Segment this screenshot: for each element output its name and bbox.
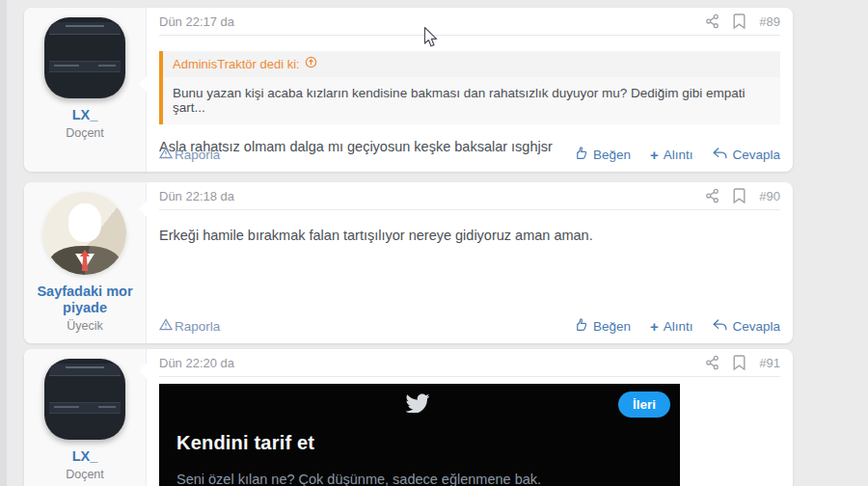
share-icon[interactable] (705, 14, 719, 29)
reply-label: Cevapla (732, 319, 780, 334)
avatar-image-detail (98, 406, 116, 408)
report-link[interactable]: Raporla (159, 147, 220, 162)
reply-button[interactable]: Cevapla (712, 147, 780, 163)
bookmark-icon[interactable] (733, 14, 746, 29)
post-content-cell: Dün 22:20 da #91 İleri Kendini tarif et (147, 349, 793, 486)
embed-heading: Kendini tarif et (176, 432, 314, 454)
user-cell: Sayfadaki mor piyade Üyecik (24, 182, 147, 343)
post-header-tools: #89 (705, 14, 780, 29)
avatar-image-detail (49, 22, 121, 35)
reply-label: Cevapla (732, 148, 780, 162)
post-number-link[interactable]: #89 (759, 14, 780, 29)
avatar-image-detail (68, 203, 101, 242)
embed-next-button[interactable]: İleri (618, 392, 670, 418)
warning-triangle-icon (159, 318, 173, 334)
avatar-image-detail (98, 65, 116, 67)
avatar-image-detail (49, 402, 121, 414)
plus-icon: + (650, 319, 659, 334)
post-content-cell: Dün 22:17 da #89 AdminisTraktör dedi ki: (147, 8, 793, 172)
quote-text: Bunu yazan kişi acaba kızların kendisine… (163, 77, 780, 124)
username-link[interactable]: LX_ (67, 107, 104, 123)
post-date[interactable]: Dün 22:17 da (159, 14, 234, 29)
avatar-image-detail (49, 61, 121, 72)
post-header-tools: #91 (705, 355, 780, 370)
quote-label: Alıntı (664, 319, 693, 334)
quote-button[interactable]: + Alıntı (650, 148, 693, 162)
post-card-89: LX_ Doçent Dün 22:17 da #89 Adm (24, 8, 793, 172)
post-number-link[interactable]: #91 (759, 356, 780, 370)
username-link[interactable]: LX_ (67, 448, 104, 465)
footer-actions: Beğen + Alıntı Cevapla (574, 146, 780, 163)
post-content-cell: Dün 22:18 da #90 Erkeği hamile bırakmak … (147, 182, 793, 343)
post-header: Dün 22:18 da #90 (159, 182, 780, 210)
quote-block[interactable]: AdminisTraktör dedi ki: Bunu yazan kişi … (159, 51, 780, 124)
post-header: Dün 22:17 da #89 (159, 8, 780, 36)
page-left-gutter (0, 0, 7, 486)
reply-arrow-icon (712, 318, 727, 335)
quote-attribution[interactable]: AdminisTraktör dedi ki: (163, 51, 780, 77)
report-label: Raporla (175, 148, 220, 162)
avatar-image-detail (54, 406, 79, 408)
bookmark-icon[interactable] (733, 355, 746, 370)
post-number-link[interactable]: #90 (759, 189, 780, 203)
twitter-embed-card[interactable]: İleri Kendini tarif et Seni özel kılan n… (159, 384, 680, 486)
post-card-91: LX_ Doçent Dün 22:20 da #91 (24, 349, 793, 486)
like-button[interactable]: Beğen (574, 317, 631, 335)
avatar-image-detail (54, 65, 79, 67)
expand-arrow-up-circle-icon[interactable] (305, 56, 317, 71)
mouse-pointer-icon (423, 27, 438, 52)
share-icon[interactable] (705, 355, 719, 370)
thumb-up-icon (574, 317, 588, 335)
avatar[interactable] (44, 359, 125, 440)
user-cell: LX_ Doçent (24, 349, 147, 486)
user-title: Doçent (66, 468, 104, 481)
footer-actions: Beğen + Alıntı Cevapla (574, 317, 780, 335)
report-label: Raporla (175, 319, 220, 334)
post-message: Erkeği hamile bırakmak falan tartışılıyo… (159, 226, 780, 245)
like-label: Beğen (593, 148, 631, 162)
plus-icon: + (650, 148, 659, 162)
quote-label: Alıntı (664, 148, 693, 162)
post-footer: Raporla Beğen + Alıntı (159, 317, 780, 335)
reply-button[interactable]: Cevapla (712, 318, 780, 335)
avatar-image-detail (66, 366, 104, 368)
avatar-image-detail (66, 25, 104, 27)
avatar[interactable] (44, 17, 125, 98)
user-cell: LX_ Doçent (24, 8, 147, 172)
avatar-image-detail (49, 364, 121, 376)
username-link[interactable]: Sayfadaki mor piyade (24, 284, 146, 316)
post-date[interactable]: Dün 22:20 da (159, 356, 234, 370)
warning-triangle-icon (159, 147, 173, 162)
embed-body-text: Seni özel kılan ne? Çok düşünme, sadece … (176, 472, 663, 486)
post-header: Dün 22:20 da #91 (159, 349, 780, 377)
avatar[interactable] (43, 192, 126, 275)
quote-attribution-text: AdminisTraktör dedi ki: (173, 57, 300, 71)
quote-button[interactable]: + Alıntı (650, 319, 693, 334)
post-card-90: Sayfadaki mor piyade Üyecik Dün 22:18 da… (24, 182, 793, 343)
forum-thread-page: LX_ Doçent Dün 22:17 da #89 Adm (0, 0, 868, 486)
report-link[interactable]: Raporla (159, 318, 220, 334)
bookmark-icon[interactable] (733, 188, 746, 203)
twitter-bird-icon (406, 392, 430, 417)
post-header-tools: #90 (705, 188, 780, 203)
user-title: Doçent (66, 126, 104, 140)
like-label: Beğen (593, 319, 631, 334)
like-button[interactable]: Beğen (574, 146, 631, 163)
reply-arrow-icon (712, 147, 727, 163)
post-date[interactable]: Dün 22:18 da (159, 189, 234, 203)
user-title: Üyecik (67, 319, 103, 333)
post-footer: Raporla Beğen + Alıntı (159, 146, 780, 163)
share-icon[interactable] (705, 188, 719, 203)
thumb-up-icon (574, 146, 588, 163)
